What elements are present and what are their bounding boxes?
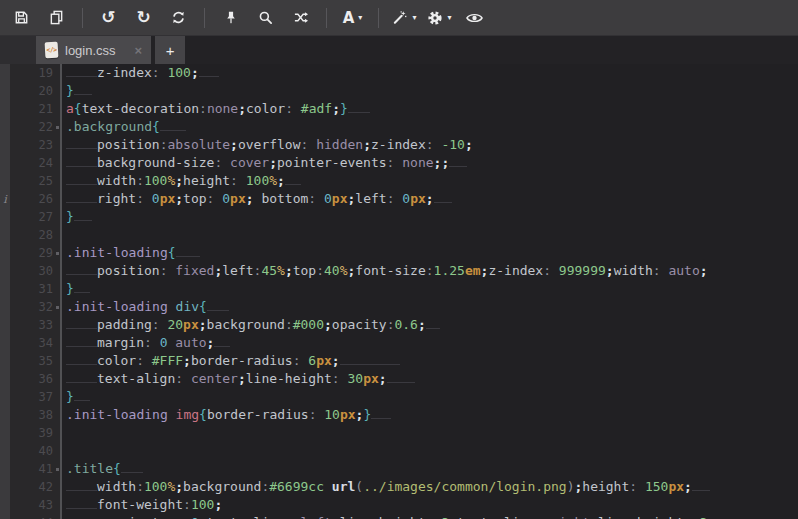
code-line[interactable]: 36text-align: center;line-height: 30px; — [0, 370, 798, 388]
code-text[interactable]: padding: 20px;background:#000;opacity:0.… — [60, 316, 798, 334]
code-line[interactable]: 39 — [0, 424, 798, 442]
code-line[interactable]: 27} — [0, 208, 798, 226]
code-line[interactable]: 34margin: 0 auto; — [0, 334, 798, 352]
code-line[interactable]: 24background-size: cover;pointer-events:… — [0, 154, 798, 172]
code-line[interactable]: 42width:100%;background:#6699cc url(../i… — [0, 478, 798, 496]
toolbar-shuffle-button[interactable] — [283, 3, 318, 33]
code-token: text-decoration — [82, 101, 199, 116]
toolbar-format-button[interactable]: ▾ — [387, 3, 422, 33]
code-text[interactable]: .init-loading{ — [60, 244, 798, 262]
code-line[interactable]: 25width:100%;height: 100%; — [0, 172, 798, 190]
tab-login-css[interactable]: </> login.css × — [36, 36, 151, 64]
code-text[interactable]: color: #FFF;border-radius: 6px; — [60, 352, 798, 370]
fold-marker[interactable] — [56, 252, 59, 255]
code-text[interactable]: right: 0px;top: 0px; bottom: 0px;left: 0… — [60, 190, 798, 208]
code-token: #adf — [301, 101, 332, 116]
line-number: 25 — [10, 172, 60, 190]
code-token: 10 — [324, 407, 340, 422]
line-number: 27 — [10, 208, 60, 226]
code-token — [168, 407, 176, 422]
code-line[interactable]: 22.background{ — [0, 118, 798, 136]
editor-toolbar: ↺↻A▾▾▾ — [0, 0, 798, 36]
toolbar-preview-button[interactable] — [457, 3, 492, 33]
line-number: 19 — [10, 64, 60, 82]
toolbar-copy-button[interactable] — [39, 3, 74, 33]
code-line[interactable]: 41.title{ — [0, 460, 798, 478]
code-text[interactable]: font-weight:100; — [60, 496, 798, 514]
code-token: -10 — [441, 137, 464, 152]
code-token: ; — [214, 497, 222, 512]
code-line[interactable]: i26right: 0px;top: 0px; bottom: 0px;left… — [0, 190, 798, 208]
code-text[interactable]: background-size: cover;pointer-events: n… — [60, 154, 798, 172]
code-line[interactable]: i44margin-top: 0;text-align: left;line-h… — [0, 514, 798, 519]
code-line[interactable]: 31} — [0, 280, 798, 298]
toolbar-settings-button[interactable]: ▾ — [422, 3, 457, 33]
code-token: color — [97, 353, 136, 368]
code-text[interactable]: } — [60, 388, 798, 406]
code-line[interactable]: 30position: fixed;left:45%;top:40%;font-… — [0, 262, 798, 280]
trailing-whitespace-mark — [371, 407, 391, 419]
line-number: 44 — [10, 514, 60, 519]
code-text[interactable]: margin-top: 0;text-align: left;line-heig… — [60, 514, 798, 519]
code-line[interactable]: 20} — [0, 82, 798, 100]
toolbar-font-button[interactable]: A▾ — [335, 3, 370, 33]
fold-marker[interactable] — [56, 468, 59, 471]
code-text[interactable]: position: fixed;left:45%;top:40%;font-si… — [60, 262, 798, 280]
code-line[interactable]: 19z-index: 100; — [0, 64, 798, 82]
code-line[interactable]: 23position:absolute;overflow: hidden;z-i… — [0, 136, 798, 154]
toolbar-refresh-button[interactable] — [161, 3, 196, 33]
code-token: ; — [332, 353, 340, 368]
close-icon[interactable]: × — [135, 43, 143, 58]
code-text[interactable]: } — [60, 280, 798, 298]
line-number: 22 — [10, 118, 60, 136]
code-text[interactable]: text-align: center;line-height: 30px; — [60, 370, 798, 388]
code-line[interactable]: 28 — [0, 226, 798, 244]
code-text[interactable]: .background{ — [60, 118, 798, 136]
code-text[interactable]: width:100%;height: 100%; — [60, 172, 798, 190]
toolbar-save-button[interactable] — [4, 3, 39, 33]
code-text[interactable] — [60, 442, 798, 460]
code-token: bottom — [254, 191, 309, 206]
toolbar-search-button[interactable] — [248, 3, 283, 33]
code-text[interactable]: .init-loading div{ — [60, 298, 798, 316]
code-line[interactable]: 43font-weight:100; — [0, 496, 798, 514]
fold-marker[interactable] — [56, 126, 59, 129]
line-number: 20 — [10, 82, 60, 100]
code-token: right — [551, 515, 590, 519]
code-token: : — [152, 65, 168, 80]
code-line[interactable]: 33padding: 20px;background:#000;opacity:… — [0, 316, 798, 334]
toolbar-pin-button[interactable] — [213, 3, 248, 33]
gutter-margin — [0, 136, 10, 154]
code-token: right — [97, 191, 136, 206]
code-text[interactable]: margin: 0 auto; — [60, 334, 798, 352]
code-editor[interactable]: 19z-index: 100;20}21a{text-decoration:no… — [0, 64, 798, 519]
toolbar-redo-button[interactable]: ↻ — [126, 3, 161, 33]
code-line[interactable]: 37} — [0, 388, 798, 406]
fold-marker[interactable] — [56, 306, 59, 309]
code-line[interactable]: 32.init-loading div{ — [0, 298, 798, 316]
gutter-margin — [0, 424, 10, 442]
code-token: ( — [355, 479, 363, 494]
code-text[interactable]: .init-loading img{border-radius: 10px;} — [60, 406, 798, 424]
code-text[interactable]: width:100%;background:#6699cc url(../ima… — [60, 478, 798, 496]
code-token: 0 — [324, 191, 332, 206]
new-tab-button[interactable]: + — [155, 36, 185, 64]
css-file-icon: </> — [45, 42, 59, 59]
code-line[interactable]: 38.init-loading img{border-radius: 10px;… — [0, 406, 798, 424]
gutter-margin — [0, 262, 10, 280]
code-token: font-weight — [97, 497, 183, 512]
code-text[interactable]: } — [60, 208, 798, 226]
code-line[interactable]: 29.init-loading{ — [0, 244, 798, 262]
gutter-margin — [0, 100, 10, 118]
code-line[interactable]: 35color: #FFF;border-radius: 6px; — [0, 352, 798, 370]
code-text[interactable]: .title{ — [60, 460, 798, 478]
code-text[interactable]: position:absolute;overflow: hidden;z-ind… — [60, 136, 798, 154]
code-text[interactable] — [60, 424, 798, 442]
code-text[interactable]: z-index: 100; — [60, 64, 798, 82]
code-text[interactable]: a{text-decoration:none;color: #adf;} — [60, 100, 798, 118]
code-line[interactable]: 21a{text-decoration:none;color: #adf;} — [0, 100, 798, 118]
code-text[interactable]: } — [60, 82, 798, 100]
code-text[interactable] — [60, 226, 798, 244]
code-line[interactable]: 40 — [0, 442, 798, 460]
toolbar-undo-button[interactable]: ↺ — [91, 3, 126, 33]
